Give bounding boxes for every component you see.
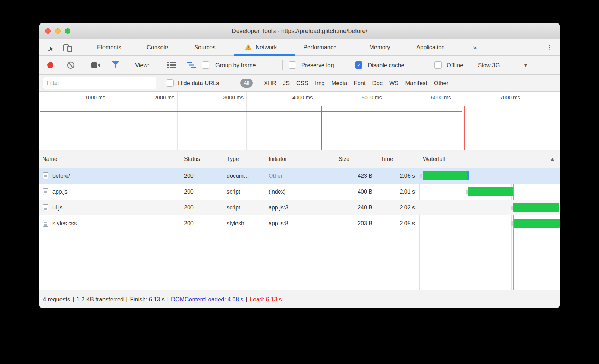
tab-application[interactable]: Application <box>416 39 445 55</box>
tab-network[interactable]: Network <box>245 39 277 55</box>
file-icon <box>43 204 48 211</box>
filter-type-ws[interactable]: WS <box>389 80 399 87</box>
throttling-select[interactable]: Slow 3G <box>478 56 500 75</box>
request-name: ui.js <box>52 200 176 215</box>
table-header: Name Status Type Initiator Size Time Wat… <box>39 150 560 168</box>
status-bar: 4 requests|1.2 KB transferred|Finish: 6.… <box>39 290 560 308</box>
separator: | <box>124 296 130 302</box>
request-type: docum… <box>227 168 264 184</box>
request-time: 2.02 s <box>339 200 415 215</box>
request-status: 200 <box>184 184 219 200</box>
waterfall-bar[interactable] <box>423 171 469 180</box>
ruler-gridline <box>454 92 454 150</box>
filter-input[interactable] <box>43 77 156 89</box>
more-tabs-chevron[interactable]: » <box>473 39 477 55</box>
filter-type-other[interactable]: Other <box>434 80 448 87</box>
col-header-initiator[interactable]: Initiator <box>269 150 287 168</box>
divider <box>80 43 80 52</box>
sort-arrow-icon[interactable]: ▲ <box>550 150 555 168</box>
request-name: before/ <box>52 168 176 184</box>
record-button[interactable] <box>47 62 53 68</box>
transferred-size: 1.2 KB transferred <box>76 296 124 302</box>
filter-type-font[interactable]: Font <box>354 80 366 87</box>
request-name: styles.css <box>52 215 176 231</box>
ruler-gridline <box>385 92 385 150</box>
waterfall-bar[interactable] <box>513 203 559 212</box>
group-by-frame-checkbox[interactable] <box>202 61 209 69</box>
table-row[interactable]: app.js200script(index)400 B2.01 s <box>39 184 560 200</box>
request-time: 2.06 s <box>339 168 415 184</box>
filter-type-img[interactable]: Img <box>315 80 325 87</box>
waterfall-bar[interactable] <box>514 219 560 228</box>
waterfall-bar-download-cap <box>467 171 469 180</box>
ruler-label: 2000 ms <box>129 94 175 100</box>
clear-button[interactable] <box>67 61 75 69</box>
ruler-label: 4000 ms <box>267 94 313 100</box>
ruler-gridline <box>316 92 316 150</box>
finish-time: Finish: 6.13 s <box>130 296 165 302</box>
ruler-gridline <box>246 92 247 150</box>
table-row[interactable]: before/200docum…Other423 B2.06 s <box>39 168 560 184</box>
col-header-waterfall[interactable]: Waterfall <box>423 150 445 168</box>
filter-type-xhr[interactable]: XHR <box>264 80 276 87</box>
ruler-gridline <box>108 92 108 150</box>
group-by-frame-label: Group by frame <box>215 56 256 75</box>
ruler-gridline <box>177 92 178 150</box>
disable-cache-checkbox[interactable]: ✓ <box>355 61 362 69</box>
col-header-name[interactable]: Name <box>42 150 57 168</box>
separator: | <box>70 296 76 302</box>
tab-memory[interactable]: Memory <box>369 39 390 55</box>
waterfall-queue-tick <box>511 221 513 226</box>
devtools-window: Developer Tools - https://preload.glitch… <box>39 23 560 308</box>
network-toolbar: View: Group by frame Preserve log ✓ Disa… <box>39 56 560 75</box>
table-row[interactable]: styles.css200stylesh…app.js:8203 B2.05 s <box>39 215 560 231</box>
request-name: app.js <box>52 184 176 200</box>
view-label: View: <box>135 56 149 75</box>
filter-type-doc[interactable]: Doc <box>372 80 383 87</box>
filter-type-manifest[interactable]: Manifest <box>405 80 427 87</box>
col-header-status[interactable]: Status <box>184 150 200 168</box>
filter-type-media[interactable]: Media <box>332 80 347 87</box>
table-row[interactable]: ui.js200scriptapp.js:3240 B2.02 s <box>39 200 560 215</box>
filter-type-css[interactable]: CSS <box>296 80 308 87</box>
preserve-log-checkbox[interactable] <box>289 61 296 69</box>
tab-elements[interactable]: Elements <box>97 39 121 55</box>
ruler-gridline <box>523 92 523 150</box>
request-status: 200 <box>184 168 219 184</box>
overview-network-line <box>40 111 462 112</box>
tab-console[interactable]: Console <box>147 39 168 55</box>
request-time: 2.05 s <box>339 215 415 231</box>
title-bar: Developer Tools - https://preload.glitch… <box>39 23 560 39</box>
request-rows-view-icon[interactable] <box>167 62 176 69</box>
request-type: script <box>227 184 264 200</box>
tab-sources[interactable]: Sources <box>194 39 216 55</box>
kebab-menu-icon[interactable]: ⋮ <box>546 39 553 55</box>
col-header-size[interactable]: Size <box>339 150 349 168</box>
disable-cache-label: Disable cache <box>368 56 404 75</box>
request-time: 2.01 s <box>339 184 415 200</box>
timeline-overview[interactable]: 1000 ms2000 ms3000 ms4000 ms5000 ms6000 … <box>39 92 560 150</box>
screenshot-camera-icon[interactable] <box>91 62 101 68</box>
tab-performance[interactable]: Performance <box>303 39 336 55</box>
offline-checkbox[interactable] <box>434 61 442 69</box>
throttling-caret-icon[interactable]: ▾ <box>524 56 527 75</box>
warning-icon <box>245 44 252 50</box>
divider <box>80 60 80 70</box>
inspect-element-icon[interactable] <box>46 44 55 52</box>
filter-all-pill[interactable]: All <box>240 79 253 88</box>
hide-data-urls-checkbox[interactable] <box>166 79 174 87</box>
filter-funnel-icon[interactable] <box>111 61 120 69</box>
waterfall-queue-tick <box>466 190 468 194</box>
file-icon <box>43 188 48 195</box>
col-header-type[interactable]: Type <box>227 150 239 168</box>
tab-network-label: Network <box>256 44 277 50</box>
device-toolbar-icon[interactable] <box>63 44 72 52</box>
divider <box>259 78 259 88</box>
filter-type-js[interactable]: JS <box>283 80 290 87</box>
col-header-time[interactable]: Time <box>381 150 393 168</box>
waterfall-queue-tick <box>420 174 422 178</box>
waterfall-bar[interactable] <box>468 187 513 196</box>
overview-waterfall-view-icon[interactable] <box>187 62 197 69</box>
load-time: Load: 6.13 s <box>250 296 282 302</box>
window-title: Developer Tools - https://preload.glitch… <box>39 23 560 39</box>
